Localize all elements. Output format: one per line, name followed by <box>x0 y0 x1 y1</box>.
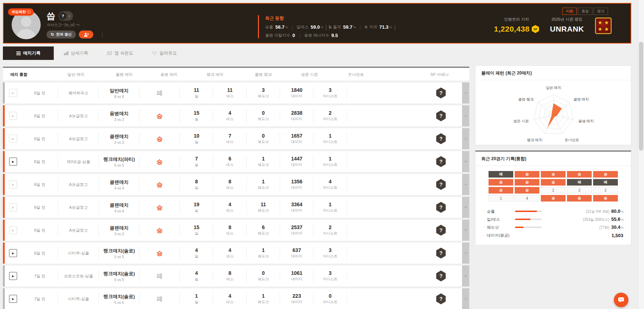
recent20-panel: 최근 20경기 기록(통합) 패승승승승승승승패패승승22214승승승 · 승률… <box>475 151 631 245</box>
row-expand-button[interactable]: ▼ <box>462 220 469 241</box>
chevron-down-icon: ▼ <box>464 297 467 301</box>
deaths-cell: 4데스 <box>213 197 247 218</box>
radar-axis-label: 클랜 랭크 <box>518 97 534 101</box>
match-result-cell: 승 <box>515 179 539 186</box>
replay-play-button[interactable]: ▶ <box>9 226 17 234</box>
damage-cell: 223대미지 <box>280 288 313 309</box>
replay-play-button[interactable]: ▶ <box>9 272 17 280</box>
refresh-icon: ↻ <box>51 32 54 37</box>
filter-tab-all[interactable]: 매치 통합 <box>10 72 27 77</box>
tab-detail-record[interactable]: 상세기록 <box>54 46 98 60</box>
add-friend-button[interactable] <box>79 31 93 38</box>
match-result-cell: 2 <box>567 187 592 194</box>
rank-stars-badge: ★★★★ <box>595 17 612 34</box>
match-type: 클랜매치 4 vs 4 <box>99 174 139 195</box>
match-result-cell: 승 <box>593 195 618 202</box>
stat-detail: (253킬 202데스) <box>583 217 609 222</box>
row-expand-button[interactable]: ▼ <box>462 288 469 309</box>
damage-cell: 1447대미지 <box>280 151 313 172</box>
scope-tab-rank[interactable]: 랭크 <box>594 8 608 15</box>
damage-cell: 637대미지 <box>280 243 313 264</box>
replay-play-button[interactable]: ▶ <box>9 112 17 120</box>
chat-support-button[interactable] <box>614 293 628 307</box>
match-result-cell: 승 <box>567 195 592 202</box>
row-expand-button[interactable]: ▼ <box>462 243 469 264</box>
match-date: 6일 전 <box>21 105 58 126</box>
filter-tab-clan-rank[interactable]: 클랜 랭크 <box>255 72 272 77</box>
scope-tab-season[interactable]: 시즌 <box>562 8 577 15</box>
heart-hands-icon <box>152 51 157 55</box>
assists-cell: 1어시스트 <box>313 128 347 149</box>
row-expand-button[interactable]: ▼ <box>462 174 469 195</box>
scope-tab-total[interactable]: 통합 <box>578 8 592 15</box>
stat-value: 55.6 <box>611 216 620 222</box>
damage-cell: 3364대미지 <box>280 197 313 218</box>
match-rows: ▶ 6일 전 웨어하우스 일반매치 8 vs 8 패 11킬 11데스 3헤드샷… <box>3 82 469 309</box>
replay-play-button[interactable]: ▶ <box>9 249 17 257</box>
headshots-cell: 0헤드샷 <box>247 265 280 286</box>
filter-tab-survival[interactable]: 생존 시즌 <box>301 72 318 77</box>
tab-recommend-duo[interactable]: 알려듀오 <box>142 46 187 60</box>
table-row: ▶ 6일 전 A보급창고 클랜매치 4 vs 4 승 8킬 8데스 1헤드샷 1… <box>3 174 469 195</box>
row-expand-button[interactable]: ▼ <box>462 82 469 103</box>
row-expand-button[interactable]: ▼ <box>462 151 469 172</box>
recent20-stats: · 승률 (12승 0무 3패) 80.0 % · 킬/데스 (253킬 202… <box>483 207 624 239</box>
season-ranking: 2025년 시즌 랭킹 UNRANK <box>550 17 584 33</box>
row-expand-button[interactable]: ▼ <box>462 128 469 149</box>
add-user-icon <box>84 32 89 37</box>
refresh-record-button[interactable]: ↻전적 갱신 <box>46 31 76 38</box>
match-date: 6일 전 <box>21 197 58 218</box>
replay-play-button[interactable]: ▶ <box>9 180 17 188</box>
filter-tab-normal[interactable]: 일반 매치 <box>67 72 84 77</box>
rank-emblem-selector[interactable]: ? ▾ <box>58 11 73 21</box>
scrollbar-thumb[interactable] <box>639 42 643 151</box>
match-result-cell: 패 <box>567 179 592 186</box>
sp-arena-badge: ? <box>436 271 446 281</box>
filter-tab-mercenary[interactable]: 용병 매치 <box>160 72 177 77</box>
match-result-cell: 승 <box>541 195 566 202</box>
more-menu-button[interactable]: ⋮ <box>98 32 107 38</box>
radar-axis-label: 랭크 매치 <box>527 138 543 142</box>
headshots-cell: 11헤드샷 <box>247 197 280 218</box>
match-type: 랭크매치(솔로) 5 vs 5 <box>99 288 139 309</box>
match-result-cell: 승 <box>541 179 566 186</box>
stat-row: · 대미지(평균) 1,503 <box>483 231 624 239</box>
kills-cell: 7킬 <box>180 151 213 172</box>
stat-bar <box>515 211 542 212</box>
match-result-cell: 패 <box>593 179 618 186</box>
replay-play-button[interactable]: ▶ <box>9 135 17 143</box>
match-date: 6일 전 <box>21 220 58 241</box>
match-date: 6일 전 <box>21 82 58 103</box>
filter-tab-rank[interactable]: 랭크 매치 <box>206 72 223 77</box>
play-icon: ▶ <box>12 252 14 255</box>
deaths-cell: 4데스 <box>213 243 247 264</box>
filter-tab-tournament[interactable]: 토너먼트 <box>348 72 364 77</box>
match-result: 승 <box>139 174 180 195</box>
replay-play-button[interactable]: ▶ <box>9 158 17 166</box>
row-expand-button[interactable]: ▼ <box>462 105 469 126</box>
match-map: A보급창고 <box>58 128 99 149</box>
row-expand-button[interactable]: ▼ <box>462 265 469 286</box>
filter-tab-clan[interactable]: 클랜 매치 <box>116 72 133 77</box>
game-restriction-badge[interactable]: 게임제한ⓘ <box>8 8 34 16</box>
match-result-cell: 승 <box>489 187 513 194</box>
list-icon <box>16 52 21 55</box>
rank-emblem-icon: ? <box>59 12 66 20</box>
replay-play-button[interactable]: ▶ <box>9 295 17 303</box>
chevron-down-icon: ▼ <box>464 92 467 95</box>
headshots-cell: 1헤드샷 <box>247 288 280 309</box>
kills-cell: 11킬 <box>180 82 213 103</box>
filter-tab-sp-arena[interactable]: SP 아레나 <box>430 72 449 77</box>
tab-match-record[interactable]: 매치기록 <box>3 46 54 60</box>
match-result-cell: 패 <box>489 171 513 178</box>
replay-play-button[interactable]: ▶ <box>9 89 17 97</box>
assists-cell: 2어시스트 <box>313 220 347 241</box>
match-result-cell: 승 <box>541 171 566 178</box>
match-date: 7일 전 <box>21 265 58 286</box>
star-icon: ★ <box>604 20 609 25</box>
match-result: 승 <box>139 128 180 149</box>
play-pattern-radar-chart: 일반 매치클랜 매치용병 매치토너먼트랭크 매치생존 시즌클랜 랭크 <box>475 80 632 146</box>
row-expand-button[interactable]: ▼ <box>462 197 469 218</box>
replay-play-button[interactable]: ▶ <box>9 203 17 211</box>
tab-map-mastery[interactable]: 맵 숙련도 <box>98 46 142 60</box>
